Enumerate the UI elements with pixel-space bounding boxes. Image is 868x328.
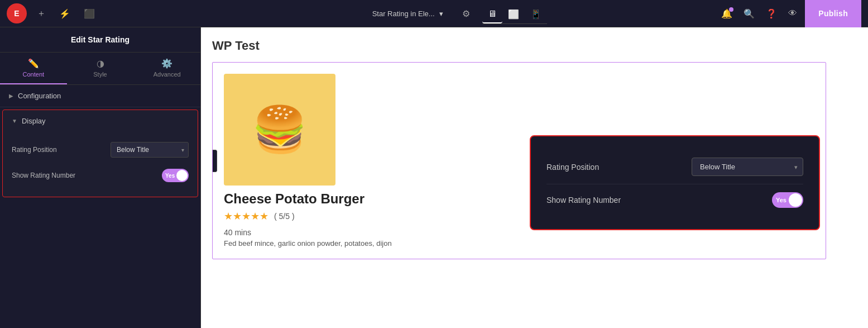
notification-dot bbox=[729, 7, 733, 12]
popup-show-rating-row: Show Rating Number Yes bbox=[546, 184, 803, 216]
panel-tabs: ✏️ Content ◑ Style ⚙️ Advanced bbox=[0, 53, 200, 85]
settings-button[interactable]: ⚙ bbox=[459, 5, 473, 22]
canvas-area: WP Test ‹ 🍔 Cheese Potato Burger ★★★★★ (… bbox=[201, 27, 868, 328]
add-element-button[interactable]: ＋ bbox=[33, 4, 49, 23]
topbar-center: Star Rating in Ele... ▾ ⚙ 🖥 ⬜ 📱 bbox=[201, 3, 711, 24]
popup-toggle-knob bbox=[789, 193, 802, 207]
topbar-right: 🔔 🔍 ❓ 👁 Publish bbox=[711, 0, 868, 27]
tab-advanced-label: Advanced bbox=[154, 71, 181, 78]
page-title: WP Test bbox=[212, 39, 857, 53]
current-page-title: Star Rating in Ele... bbox=[372, 9, 435, 18]
display-section: ▼ Display Rating Position Below Title ▾ … bbox=[2, 110, 198, 197]
burger-image: 🍔 bbox=[224, 74, 335, 186]
show-rating-toggle[interactable]: Yes bbox=[162, 169, 189, 182]
display-body: Rating Position Below Title ▾ Show Ratin… bbox=[3, 132, 198, 197]
rating-score: ( 5/5 ) bbox=[274, 212, 295, 221]
show-rating-label: Show Rating Number bbox=[12, 172, 75, 179]
recipe-block: ‹ 🍔 Cheese Potato Burger ★★★★★ ( 5/5 ) 4… bbox=[212, 62, 826, 259]
notifications-button[interactable]: 🔔 bbox=[718, 5, 736, 22]
show-rating-control: Show Rating Number Yes bbox=[12, 163, 189, 188]
advanced-icon: ⚙️ bbox=[161, 58, 172, 69]
toggle-knob bbox=[176, 170, 188, 181]
style-icon: ◑ bbox=[97, 58, 104, 69]
sidebar: Edit Star Rating ✏️ Content ◑ Style ⚙️ A… bbox=[0, 0, 201, 328]
tab-content-label: Content bbox=[23, 71, 45, 78]
main-content: WP Test ‹ 🍔 Cheese Potato Burger ★★★★★ (… bbox=[201, 0, 868, 328]
popup-rating-position-select[interactable]: Below Title bbox=[692, 158, 803, 176]
display-label: Display bbox=[22, 117, 46, 125]
configuration-label: Configuration bbox=[18, 92, 61, 100]
tab-content[interactable]: ✏️ Content bbox=[0, 53, 67, 84]
search-button[interactable]: 🔍 bbox=[740, 5, 758, 22]
chevron-down-icon: ▼ bbox=[12, 118, 17, 124]
chevron-right-icon: ▶ bbox=[9, 93, 13, 99]
preview-button[interactable]: 👁 bbox=[785, 5, 800, 22]
popup-show-rating-toggle[interactable]: Yes bbox=[772, 192, 803, 208]
sidebar-title: Edit Star Rating bbox=[0, 27, 200, 53]
popup-show-rating-label: Show Rating Number bbox=[546, 196, 621, 205]
toggle-yes-text: Yes bbox=[165, 173, 175, 179]
popup-overlay: Rating Position Below Title ▾ Show Ratin… bbox=[530, 135, 820, 230]
structure-button[interactable]: ⬛ bbox=[80, 5, 98, 22]
recipe-description: Fed beef mince, garlic onion powder, pot… bbox=[224, 239, 814, 248]
rating-position-label: Rating Position bbox=[12, 146, 57, 154]
popup-rating-position-row: Rating Position Below Title ▾ bbox=[546, 150, 803, 184]
logo-text: E bbox=[14, 9, 19, 18]
topbar: E ＋ ⚡ ⬛ Star Rating in Ele... ▾ ⚙ 🖥 ⬜ 📱 … bbox=[0, 0, 868, 27]
tab-style[interactable]: ◑ Style bbox=[67, 53, 134, 84]
mobile-view-button[interactable]: 📱 bbox=[525, 6, 547, 23]
page-selector-button[interactable]: Star Rating in Ele... ▾ bbox=[366, 6, 450, 21]
tab-advanced[interactable]: ⚙️ Advanced bbox=[133, 53, 200, 84]
rating-position-control: Rating Position Below Title ▾ bbox=[12, 136, 189, 163]
elementor-logo: E bbox=[7, 3, 27, 23]
chevron-down-icon: ▾ bbox=[439, 9, 443, 18]
tablet-view-button[interactable]: ⬜ bbox=[502, 6, 525, 23]
show-rating-toggle-wrapper: Yes bbox=[162, 169, 189, 182]
popup-toggle-yes-text: Yes bbox=[776, 197, 787, 203]
configuration-section-header[interactable]: ▶ Configuration bbox=[0, 85, 200, 107]
popup-rating-position-select-wrapper: Below Title ▾ bbox=[692, 158, 803, 176]
content-icon: ✏️ bbox=[28, 58, 39, 69]
finder-button[interactable]: ⚡ bbox=[56, 5, 74, 22]
display-section-header[interactable]: ▼ Display bbox=[3, 110, 198, 132]
rating-position-select[interactable]: Below Title bbox=[111, 142, 189, 158]
help-button[interactable]: ❓ bbox=[763, 5, 780, 22]
desktop-view-button[interactable]: 🖥 bbox=[482, 6, 502, 23]
rating-position-select-wrapper: Below Title ▾ bbox=[111, 142, 189, 158]
publish-button[interactable]: Publish bbox=[805, 0, 861, 27]
collapse-panel-tab[interactable]: ‹ bbox=[212, 150, 217, 172]
tab-style-label: Style bbox=[93, 71, 107, 78]
star-rating: ★★★★★ bbox=[224, 210, 268, 222]
topbar-left: E ＋ ⚡ ⬛ bbox=[0, 3, 201, 23]
popup-rating-position-label: Rating Position bbox=[546, 163, 599, 172]
